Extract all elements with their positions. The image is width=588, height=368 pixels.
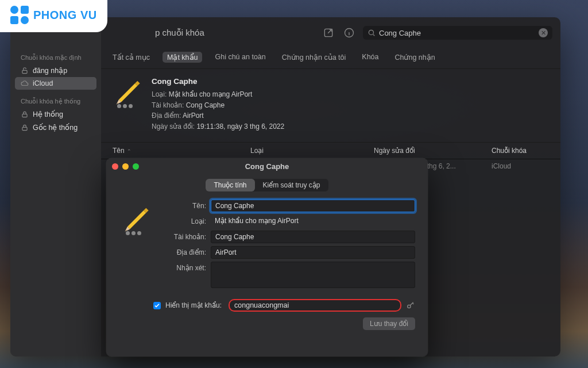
- svg-rect-2: [22, 127, 27, 130]
- filter-tabs: Tất cả mục Mật khẩu Ghi chú an toàn Chứn…: [101, 48, 560, 69]
- where-field[interactable]: AirPort: [211, 246, 415, 259]
- window-title: p chuỗi khóa: [155, 28, 204, 38]
- svg-rect-0: [22, 70, 27, 73]
- tab-keys[interactable]: Khóa: [358, 52, 382, 63]
- password-type-icon: [121, 203, 151, 233]
- save-button[interactable]: Lưu thay đổi: [363, 317, 415, 330]
- unlock-icon: [21, 67, 29, 75]
- sidebar-item-login[interactable]: đăng nhập: [15, 64, 96, 77]
- detail-name: Cong Caphe: [152, 76, 284, 88]
- account-field[interactable]: Cong Caphe: [211, 231, 415, 243]
- svg-marker-10: [127, 210, 146, 229]
- show-password-checkbox[interactable]: [153, 302, 161, 309]
- tab-access-control[interactable]: Kiểm soát truy cập: [255, 179, 328, 191]
- table-header: Tên⌃ Loại Ngày sửa đổi Chuỗi khóa: [101, 143, 560, 159]
- tab-certs[interactable]: Chứng nhận: [392, 52, 439, 63]
- sidebar: Chuỗi khóa mặc định đăng nhập iCloud Chu…: [10, 17, 101, 356]
- modal-title: Cong Caphe: [106, 162, 428, 171]
- sidebar-item-system-root[interactable]: Gốc hệ thống: [15, 121, 96, 134]
- brand-logo: PHONG VU: [0, 0, 107, 32]
- item-detail: Cong Caphe Loại: Mật khẩu cho mạng AirPo…: [101, 69, 560, 143]
- modal-tabs: Thuộc tính Kiểm soát truy cập: [206, 179, 328, 191]
- maximize-icon[interactable]: [133, 163, 139, 170]
- sidebar-item-label: Hệ thống: [33, 110, 63, 118]
- tab-my-certs[interactable]: Chứng nhận của tôi: [278, 52, 350, 63]
- col-date[interactable]: Ngày sửa đổi: [374, 145, 492, 156]
- sidebar-item-icloud[interactable]: iCloud: [15, 77, 96, 90]
- svg-marker-6: [119, 83, 138, 102]
- clear-search-icon[interactable]: ✕: [539, 28, 548, 37]
- type-field: Mật khẩu cho mạng AirPort: [211, 215, 415, 228]
- lock-icon: [21, 110, 29, 118]
- minimize-icon[interactable]: [122, 163, 129, 170]
- search-field[interactable]: ✕: [363, 26, 552, 40]
- lock-icon: [21, 124, 29, 132]
- window-controls: [112, 163, 139, 170]
- close-icon[interactable]: [112, 163, 118, 170]
- tab-attributes[interactable]: Thuộc tính: [206, 179, 254, 191]
- cloud-icon: [21, 79, 29, 87]
- search-input[interactable]: [379, 29, 535, 37]
- tab-notes[interactable]: Ghi chú an toàn: [211, 52, 269, 63]
- sidebar-heading-default: Chuỗi khóa mặc định: [15, 52, 96, 64]
- col-name[interactable]: Tên⌃: [113, 145, 250, 156]
- sidebar-item-label: đăng nhập: [33, 66, 67, 75]
- sidebar-heading-system: Chuỗi khóa hệ thống: [15, 95, 96, 108]
- sidebar-item-system[interactable]: Hệ thống: [15, 108, 96, 121]
- sidebar-item-label: Gốc hệ thống: [33, 123, 78, 132]
- password-type-icon: [113, 76, 142, 106]
- password-field[interactable]: congnuacongmai: [229, 299, 401, 312]
- toolbar: p chuỗi khóa ✕: [101, 17, 560, 48]
- compose-icon[interactable]: [322, 26, 335, 40]
- svg-point-5: [369, 30, 373, 34]
- name-field[interactable]: Cong Caphe: [211, 200, 415, 212]
- svg-rect-1: [22, 114, 27, 117]
- info-icon[interactable]: [342, 26, 356, 40]
- tab-all[interactable]: Tất cả mục: [109, 52, 153, 63]
- comment-field[interactable]: [211, 262, 415, 288]
- col-type[interactable]: Loại: [250, 145, 374, 156]
- search-icon: [368, 29, 376, 37]
- brand-text: PHONG VU: [33, 9, 97, 22]
- sidebar-item-label: iCloud: [33, 79, 53, 87]
- tab-passwords[interactable]: Mật khẩu: [163, 52, 203, 63]
- col-keychain[interactable]: Chuỗi khóa: [492, 145, 549, 156]
- item-inspector-modal: Cong Caphe Thuộc tính Kiểm soát truy cập…: [106, 158, 428, 356]
- svg-point-14: [408, 305, 411, 308]
- key-icon[interactable]: [406, 301, 415, 310]
- show-password-label: Hiển thị mật khẩu:: [165, 301, 222, 309]
